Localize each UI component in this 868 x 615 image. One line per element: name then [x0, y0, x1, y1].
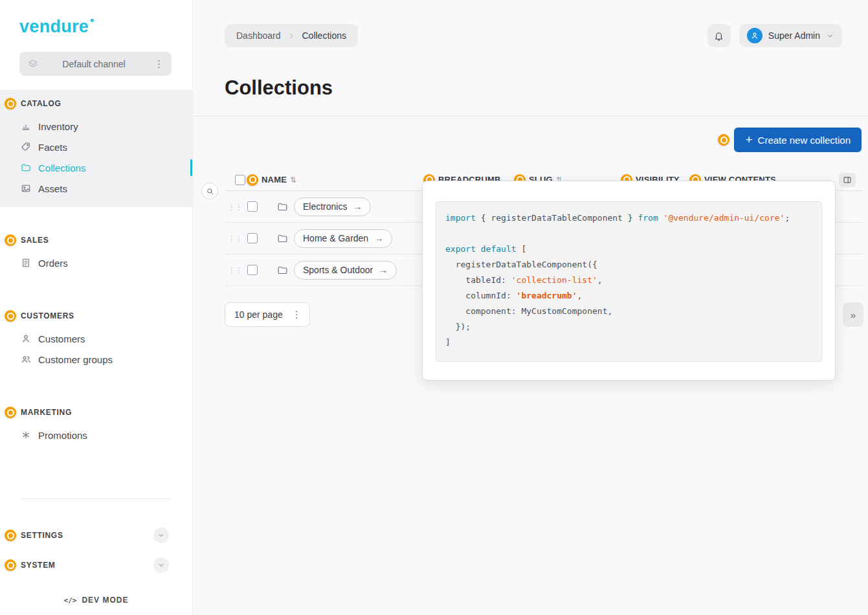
section-label: SALES [21, 236, 49, 245]
dev-mode-badge[interactable] [718, 134, 729, 146]
collection-name-label: Electronics [303, 201, 347, 212]
section-label: CUSTOMERS [21, 311, 74, 320]
sort-icon[interactable]: ⇅ [290, 175, 296, 184]
expand-system-button[interactable] [153, 557, 169, 573]
sidebar: vendure Default channel ⋮ CATALOG Invent… [0, 0, 193, 615]
per-page-label: 10 per page [234, 309, 283, 320]
section-label: SETTINGS [21, 531, 63, 540]
dev-mode-label: DEV MODE [82, 596, 128, 605]
search-button[interactable] [201, 183, 218, 199]
page-divider [193, 116, 868, 117]
image-icon [21, 183, 31, 194]
arrow-right-icon: → [353, 201, 362, 212]
nav-list-catalog: Inventory Facets Collections Assets [0, 116, 192, 199]
page-title: Collections [225, 77, 868, 99]
search-icon [206, 187, 214, 196]
chevron-down-icon [157, 561, 165, 569]
collection-name-button[interactable]: Home & Garden → [294, 229, 392, 248]
row-checkbox[interactable] [247, 265, 258, 275]
section-label: CATALOG [21, 99, 61, 108]
sidebar-section-system[interactable]: SYSTEM [0, 554, 192, 577]
column-picker-button[interactable] [839, 173, 856, 187]
section-header-marketing: MARKETING [0, 405, 192, 420]
bar-chart-icon [21, 121, 31, 131]
logo-dot-icon [91, 19, 94, 22]
columns-icon [843, 175, 852, 184]
folder-icon [277, 265, 288, 276]
dev-mode-badge[interactable] [5, 310, 16, 322]
sidebar-item-customer-groups[interactable]: Customer groups [0, 349, 192, 370]
chevron-down-icon [826, 32, 834, 40]
code-icon: </> [64, 596, 77, 605]
folder-icon [277, 201, 288, 212]
drag-handle-icon[interactable]: ⋮⋮ [227, 202, 241, 212]
sidebar-item-label: Orders [38, 258, 68, 269]
channel-label: Default channel [39, 59, 149, 69]
code-block: import { registerDataTableComponent } fr… [436, 201, 822, 362]
dev-mode-popup: import { registerDataTableComponent } fr… [422, 181, 836, 381]
collection-name-label: Sports & Outdoor [303, 265, 373, 275]
create-collection-label: Create new collection [758, 135, 851, 146]
per-page-select[interactable]: 10 per page ⋮ [225, 302, 310, 327]
dev-mode-toggle[interactable]: </> DEV MODE [0, 596, 192, 605]
dev-mode-badge[interactable] [247, 174, 258, 186]
column-header-label: NAME [262, 175, 287, 184]
dev-mode-badge[interactable] [5, 530, 16, 541]
kebab-icon[interactable]: ⋮ [149, 57, 169, 71]
arrow-right-icon: → [379, 265, 388, 275]
sidebar-section-settings[interactable]: SETTINGS [0, 524, 192, 547]
user-menu[interactable]: Super Admin [739, 24, 842, 47]
sidebar-item-orders[interactable]: Orders [0, 252, 192, 273]
folder-icon [277, 233, 288, 244]
toolbar: + Create new collection [193, 122, 868, 152]
nav-list-marketing: Promotions [0, 425, 192, 445]
nav-list-customers: Customers Customer groups [0, 328, 192, 370]
tag-icon [21, 142, 31, 152]
chevron-down-icon [157, 531, 165, 539]
receipt-icon [21, 258, 31, 268]
kebab-icon[interactable]: ⋮ [287, 308, 307, 322]
row-checkbox[interactable] [247, 201, 258, 212]
topbar: Dashboard Collections Super Admin [193, 0, 868, 47]
dev-mode-badge[interactable] [5, 407, 16, 418]
sidebar-divider [21, 498, 172, 499]
row-checkbox[interactable] [247, 233, 258, 243]
collection-name-button[interactable]: Electronics → [294, 197, 371, 216]
expand-settings-button[interactable] [153, 528, 169, 543]
section-label: MARKETING [21, 408, 72, 417]
sidebar-item-promotions[interactable]: Promotions [0, 425, 192, 445]
dev-mode-badge[interactable] [5, 234, 16, 246]
breadcrumb-dashboard[interactable]: Dashboard [236, 30, 281, 41]
sidebar-item-collections[interactable]: Collections [0, 157, 192, 178]
sidebar-item-label: Customers [38, 333, 85, 344]
sidebar-item-label: Facets [38, 142, 67, 153]
column-header-name[interactable]: NAME ⇅ [247, 174, 423, 186]
section-label: SYSTEM [21, 561, 56, 570]
nav-list-sales: Orders [0, 252, 192, 273]
notifications-button[interactable] [707, 24, 731, 47]
next-page-button[interactable]: » [843, 302, 863, 327]
create-collection-button[interactable]: + Create new collection [734, 128, 862, 152]
sidebar-item-label: Collections [38, 162, 85, 173]
sidebar-item-assets[interactable]: Assets [0, 178, 192, 199]
channel-selector[interactable]: Default channel ⋮ [19, 52, 172, 76]
dev-mode-badge[interactable] [5, 98, 16, 109]
sidebar-item-customers[interactable]: Customers [0, 328, 192, 349]
breadcrumb: Dashboard Collections [225, 24, 358, 47]
drag-handle-icon[interactable]: ⋮⋮ [227, 234, 241, 243]
dev-mode-badge[interactable] [5, 559, 16, 571]
nav-section-sales: SALES Orders [0, 232, 192, 273]
sidebar-item-facets[interactable]: Facets [0, 137, 192, 157]
folder-icon [21, 162, 31, 173]
drag-handle-icon[interactable]: ⋮⋮ [227, 265, 241, 275]
select-all-checkbox[interactable] [235, 175, 245, 185]
user-icon [21, 333, 31, 344]
person-icon [750, 31, 759, 40]
sparkle-icon [21, 430, 31, 440]
sidebar-item-inventory[interactable]: Inventory [0, 116, 192, 137]
main-content: Dashboard Collections Super Admin Collec… [193, 0, 868, 615]
section-header-sales: SALES [0, 232, 192, 248]
sidebar-item-label: Assets [38, 183, 67, 194]
breadcrumb-collections[interactable]: Collections [302, 30, 346, 41]
collection-name-button[interactable]: Sports & Outdoor → [294, 261, 397, 280]
